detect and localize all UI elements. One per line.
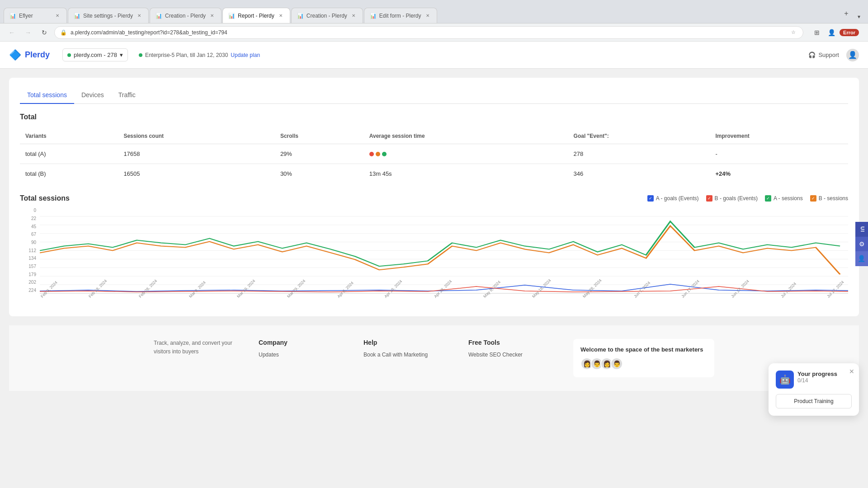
chart-plot [40,208,848,294]
browser-tab-report[interactable]: 📊 Report - Plerdy ✕ [222,8,290,23]
logo-icon: 🔷 [9,49,21,61]
dots-indicator [369,152,563,156]
data-table: Variants Sessions count Scrolls Average … [20,128,848,183]
tab-favicon: 📊 [74,13,80,19]
legend-b-goals: ✓ B - goals (Events) [706,195,758,202]
tab-favicon: 📊 [297,13,304,19]
tab-title: Creation - Plerdy [165,13,206,19]
tab-close-icon[interactable]: ✕ [424,12,431,19]
col-sessions: Sessions count [118,128,274,144]
progress-widget: ✕ 🤖 Your progress 0/14 Product Training [769,363,859,416]
browser-chrome: 📊 Eflyer ✕ 📊 Site settings - Pierdy ✕ 📊 … [0,0,868,23]
tab-close-icon[interactable]: ✕ [277,12,284,19]
tab-close-icon[interactable]: ✕ [136,12,143,19]
dot-red [369,152,374,156]
sidebar-tab-gear[interactable]: ⚙ [855,237,868,251]
table-row: total (B) 16505 30% 13m 45s 346 +24% [20,164,848,184]
tab-traffic[interactable]: Traffic [111,87,143,104]
browser-tab-creation2[interactable]: 📊 Creation - Plerdy ✕ [291,8,363,23]
cell-improvement-a: - [710,144,848,164]
col-improvement: Improvement [710,128,848,144]
tab-menu-button[interactable]: ▾ [854,10,864,23]
chart-title: Total sessions [20,194,70,202]
y-label: 0 [20,208,38,213]
progress-close-button[interactable]: ✕ [849,368,854,375]
legend-check-blue: ✓ [647,195,654,202]
tab-close-icon[interactable]: ✕ [208,12,216,19]
forward-button[interactable]: → [22,26,34,39]
back-button[interactable]: ← [5,26,18,39]
main-content: Total sessions Devices Traffic Total Var… [0,69,868,488]
support-button[interactable]: 🎧 Support [808,52,839,58]
sidebar-tab-ui[interactable]: UI [855,222,868,237]
progress-title: Your progress [797,371,852,377]
sidebar-tab-person[interactable]: 👤 [855,251,868,266]
legend-a-sessions-label: A - sessions [774,195,803,202]
footer-company-title: Company [259,339,353,346]
footer-help-title: Help [363,339,458,346]
footer-link-seo[interactable]: Website SEO Checker [468,352,562,358]
dot-orange [376,152,380,156]
chart-svg [40,208,848,293]
browser-tab-eflyer[interactable]: 📊 Eflyer ✕ [4,8,67,23]
error-button[interactable]: Error [840,29,859,36]
col-avg-time: Average session time [364,128,568,144]
legend-check-red: ✓ [706,195,712,202]
chart-area: 224 202 179 157 134 112 90 67 45 22 0 [20,208,848,307]
progress-header: 🤖 Your progress 0/14 [776,371,852,389]
site-selector[interactable]: plerdy.com - 278 ▾ [62,48,128,61]
extensions-icon[interactable]: ⊞ [811,26,823,39]
tab-title: Report - Plerdy [238,13,274,19]
tab-close-icon[interactable]: ✕ [54,12,61,19]
product-training-button[interactable]: Product Training [776,394,852,408]
tab-devices[interactable]: Devices [74,87,111,104]
headset-icon: 🎧 [808,52,816,58]
footer-welcome-card: Welcome to the space of the best markete… [573,339,714,377]
legend-check-orange: ✓ [810,195,816,202]
tab-title: Site settings - Pierdy [83,13,133,19]
footer-tagline: Track, analyze, and convert your visitor… [154,339,248,377]
new-tab-button[interactable]: + [840,7,853,20]
legend-a-sessions: ✓ A - sessions [765,195,803,202]
y-label: 90 [20,240,38,245]
col-goal: Goal "Event": [568,128,710,144]
chart-container: Total sessions ✓ A - goals (Events) ✓ B … [20,194,848,307]
y-label: 22 [20,216,38,221]
address-url: a.plerdy.com/admin/ab_testing/report?id=… [71,29,786,36]
browser-tab-creation[interactable]: 📊 Creation - Plerdy ✕ [150,8,222,23]
y-axis: 224 202 179 157 134 112 90 67 45 22 0 [20,208,38,294]
tab-title: Creation - Plerdy [307,13,347,19]
tab-close-icon[interactable]: ✕ [350,12,357,19]
app-header: 🔷 Plerdy plerdy.com - 278 ▾ Enterprise-5… [0,42,868,69]
tab-bar: 📊 Eflyer ✕ 📊 Site settings - Pierdy ✕ 📊 … [0,0,868,23]
avatar-row: 👩 👨 👩 👨 [580,357,707,370]
y-label: 202 [20,280,38,285]
tab-favicon: 📊 [156,13,162,19]
table-row: total (A) 17658 29% 278 - [20,144,848,164]
tab-title: Edit form - Plerdy [379,13,421,19]
browser-tab-edit-form[interactable]: 📊 Edit form - Plerdy ✕ [364,8,437,23]
site-selector-chevron: ▾ [120,52,123,58]
footer-link-booking[interactable]: Book a Call with Marketing [363,352,458,358]
plan-text: Enterprise-5 Plan, till Jan 12, 2030 [145,52,228,58]
address-bar[interactable]: 🔒 a.plerdy.com/admin/ab_testing/report?i… [54,26,803,39]
bookmark-icon[interactable]: ☆ [789,28,797,37]
tab-favicon: 📊 [370,13,377,19]
footer-free-tools-title: Free Tools [468,339,562,346]
report-container: Total sessions Devices Traffic Total Var… [9,78,859,316]
profile-icon[interactable]: 👤 [825,26,838,39]
plerdy-bot-icon: 🤖 [776,371,794,389]
footer-grid: Track, analyze, and convert your visitor… [154,339,714,377]
update-plan-link[interactable]: Update plan [231,52,260,58]
user-avatar[interactable]: 👤 [846,49,859,61]
reload-button[interactable]: ↻ [38,26,51,39]
footer-link-updates[interactable]: Updates [259,352,353,358]
cell-sessions-b: 16505 [118,164,274,184]
tab-total-sessions[interactable]: Total sessions [20,87,74,104]
chart-header: Total sessions ✓ A - goals (Events) ✓ B … [20,194,848,202]
footer-company: Company Updates [259,339,353,377]
tab-favicon: 📊 [9,13,16,19]
chart-legend: ✓ A - goals (Events) ✓ B - goals (Events… [647,195,848,202]
browser-tab-site-settings[interactable]: 📊 Site settings - Pierdy ✕ [68,8,149,23]
footer-help: Help Book a Call with Marketing [363,339,458,377]
